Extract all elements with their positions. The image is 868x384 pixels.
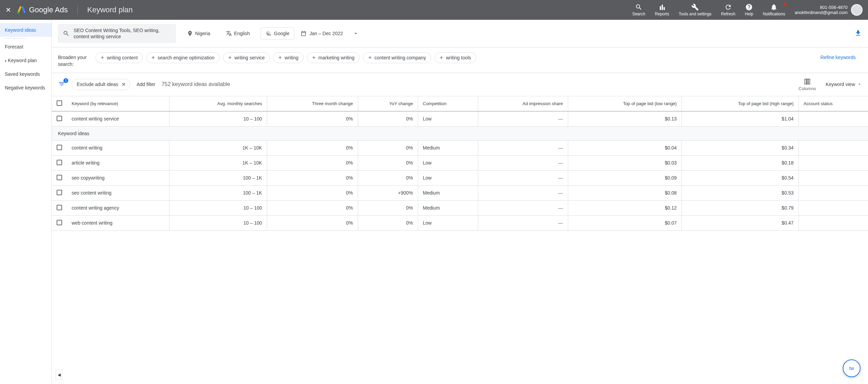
google-ads-logo: Google Ads (17, 5, 68, 15)
cell-status (798, 170, 868, 185)
header-tools[interactable]: Tools and settings (679, 3, 711, 16)
row-checkbox[interactable] (52, 200, 67, 215)
filter-badge: 1 (63, 78, 68, 83)
keyword-search-box[interactable]: SEO Content Writing Tools, SEO writing, … (58, 24, 176, 43)
cell-bid-high: $0.47 (682, 215, 799, 230)
account-info[interactable]: 801-556-4870 anokferdinand@gmail.com (795, 4, 863, 16)
sidebar-item-saved-keywords[interactable]: Saved keywords (0, 67, 52, 81)
row-checkbox[interactable] (52, 155, 67, 170)
sidebar-item-forecast[interactable]: Forecast (0, 40, 52, 54)
date-range-selector[interactable]: Jan – Dec 2022 (300, 30, 358, 37)
header-competition[interactable]: Competition (418, 96, 478, 111)
language-selector[interactable]: English (221, 28, 254, 39)
sidebar-item-keyword-plan[interactable]: Keyword plan (0, 54, 52, 67)
header-bid-high[interactable]: Top of page bid (high range) (682, 96, 799, 111)
columns-icon (804, 78, 811, 85)
header-notifications[interactable]: Notifications (763, 3, 785, 16)
notifications-label: Notifications (763, 12, 785, 16)
row-checkbox[interactable] (52, 215, 67, 230)
header-ad-impression[interactable]: Ad impression share (478, 96, 568, 111)
keyword-table: Keyword (by relevance) Avg. monthly sear… (52, 96, 868, 231)
header-bid-low[interactable]: Top of page bid (low range) (568, 96, 682, 111)
network-selector[interactable]: Google (261, 27, 294, 40)
cell-status (798, 200, 868, 215)
broaden-chip[interactable]: +writing content (95, 52, 143, 63)
chat-fab[interactable]: tw (843, 359, 860, 377)
scroll-left-button[interactable]: ◀ (56, 370, 62, 380)
row-checkbox[interactable] (52, 170, 67, 185)
row-checkbox[interactable] (52, 111, 67, 127)
cell-status (798, 185, 868, 200)
add-filter-button[interactable]: Add filter (136, 82, 155, 87)
header-refresh[interactable]: Refresh (721, 3, 735, 16)
header-checkbox[interactable] (52, 96, 67, 111)
plus-icon: + (151, 55, 155, 61)
chip-label: writing content (107, 55, 138, 60)
reports-label: Reports (655, 12, 669, 16)
calendar-icon (300, 30, 307, 37)
close-icon[interactable]: ✕ (5, 6, 11, 14)
sidebar-item-negative-keywords[interactable]: Negative keywords (0, 81, 52, 95)
refine-keywords-link[interactable]: Refine keywords (814, 52, 862, 63)
broaden-chip[interactable]: +writing tools (435, 52, 476, 63)
row-checkbox[interactable] (52, 185, 67, 200)
cell-searches: 10 – 100 (169, 200, 267, 215)
header-search[interactable]: Search (632, 3, 645, 16)
location-selector[interactable]: Nigeria (182, 28, 215, 39)
broaden-chip[interactable]: +marketing writing (307, 52, 359, 63)
download-button[interactable] (854, 29, 862, 38)
header-account-status[interactable]: Account status (798, 96, 868, 111)
fab-label: tw (849, 366, 854, 371)
cell-impression: — (478, 215, 568, 230)
plus-icon: + (228, 55, 232, 61)
ideas-count: 752 keyword ideas available (162, 81, 230, 87)
search-label: Search (632, 12, 645, 16)
help-label: Help (745, 12, 753, 16)
broaden-chips: +writing content+search engine optimizat… (95, 52, 808, 63)
filter-button[interactable]: 1 (58, 80, 65, 89)
header-reports[interactable]: Reports (655, 3, 669, 16)
network-icon (266, 30, 272, 37)
close-icon[interactable]: ✕ (121, 81, 126, 88)
cell-searches: 10 – 100 (169, 111, 267, 127)
cell-keyword: content writing (67, 140, 169, 155)
header-help[interactable]: Help (745, 3, 753, 16)
chip-label: content writing company (374, 55, 426, 60)
cell-competition: Medium (418, 200, 478, 215)
cell-impression: — (478, 155, 568, 170)
account-phone: 801-556-4870 (820, 5, 848, 10)
sidebar: Keyword ideas Forecast Keyword plan Save… (0, 20, 52, 384)
chip-label: marketing writing (319, 55, 355, 60)
table-row: content writing1K – 10K0%0%Medium—$0.04$… (52, 140, 868, 155)
cell-status (798, 215, 868, 230)
sidebar-item-keyword-ideas[interactable]: Keyword ideas (0, 23, 52, 37)
broaden-chip[interactable]: +writing service (223, 52, 270, 63)
header-yoy[interactable]: YoY change (358, 96, 418, 111)
row-checkbox[interactable] (52, 140, 67, 155)
location-text: Nigeria (195, 31, 210, 36)
cell-searches: 1K – 10K (169, 155, 267, 170)
avatar[interactable] (851, 4, 863, 16)
network-text: Google (274, 31, 289, 36)
columns-button[interactable]: Columns (798, 78, 816, 91)
cell-impression: — (478, 140, 568, 155)
location-icon (187, 30, 193, 37)
filter-chip-label: Exclude adult ideas (77, 82, 118, 87)
broaden-chip[interactable]: +writing (273, 52, 304, 63)
tools-icon (691, 3, 699, 11)
header-three-month[interactable]: Three month change (267, 96, 358, 111)
language-icon (226, 30, 232, 37)
keyword-view-select[interactable]: Keyword view (826, 82, 862, 87)
cell-status (798, 111, 868, 127)
cell-keyword: content writing service (67, 111, 169, 127)
bell-icon (770, 3, 778, 11)
cell-keyword: seo content writing (67, 185, 169, 200)
broaden-chip[interactable]: +search engine optimization (146, 52, 220, 63)
cell-bid-high: $0.34 (682, 140, 799, 155)
broaden-chip[interactable]: +content writing company (363, 52, 431, 63)
cell-three-month: 0% (267, 185, 358, 200)
header-keyword[interactable]: Keyword (by relevance) (67, 96, 169, 111)
date-text: Jan – Dec 2022 (309, 31, 343, 36)
cell-bid-low: $0.13 (568, 111, 682, 127)
header-avg-searches[interactable]: Avg. monthly searches (169, 96, 267, 111)
